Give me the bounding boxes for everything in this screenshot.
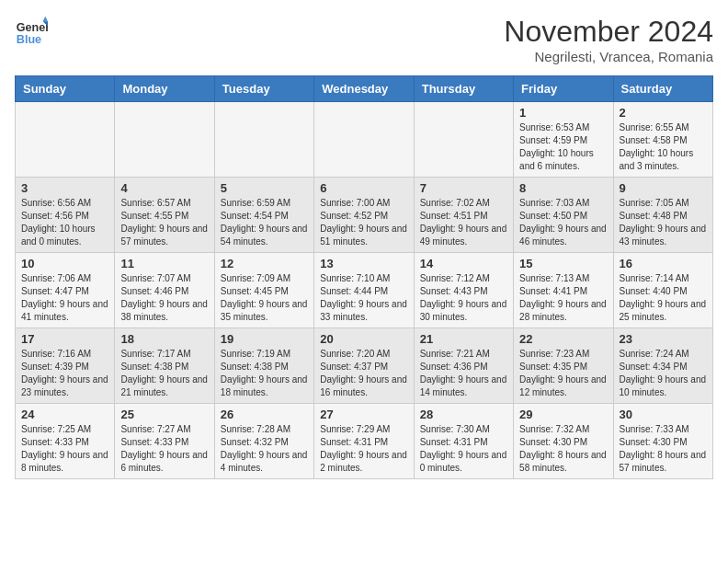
day-number: 5: [221, 181, 308, 195]
day-info: Sunrise: 7:16 AM Sunset: 4:39 PM Dayligh…: [21, 348, 108, 399]
header-friday: Friday: [514, 76, 613, 102]
calendar-cell: 10Sunrise: 7:06 AM Sunset: 4:47 PM Dayli…: [16, 253, 115, 328]
calendar-cell: [16, 102, 115, 178]
day-info: Sunrise: 6:56 AM Sunset: 4:56 PM Dayligh…: [21, 197, 108, 248]
day-info: Sunrise: 6:53 AM Sunset: 4:59 PM Dayligh…: [519, 121, 607, 173]
calendar-cell: 17Sunrise: 7:16 AM Sunset: 4:39 PM Dayli…: [16, 328, 115, 404]
day-number: 22: [519, 332, 607, 346]
week-row-3: 10Sunrise: 7:06 AM Sunset: 4:47 PM Dayli…: [16, 253, 713, 328]
page-header: General Blue November 2024 Negrilesti, V…: [15, 15, 713, 64]
svg-marker-2: [43, 17, 48, 21]
day-info: Sunrise: 7:00 AM Sunset: 4:52 PM Dayligh…: [320, 197, 407, 248]
logo-icon: General Blue: [15, 15, 48, 48]
day-number: 13: [320, 257, 407, 270]
calendar-cell: 22Sunrise: 7:23 AM Sunset: 4:35 PM Dayli…: [514, 328, 613, 404]
calendar-cell: [314, 102, 414, 178]
calendar-cell: 15Sunrise: 7:13 AM Sunset: 4:41 PM Dayli…: [514, 253, 613, 328]
day-number: 27: [320, 408, 407, 421]
day-number: 8: [519, 181, 607, 195]
day-info: Sunrise: 7:06 AM Sunset: 4:47 PM Dayligh…: [21, 272, 108, 324]
calendar-cell: 13Sunrise: 7:10 AM Sunset: 4:44 PM Dayli…: [314, 253, 414, 328]
day-info: Sunrise: 7:17 AM Sunset: 4:38 PM Dayligh…: [120, 348, 208, 399]
day-info: Sunrise: 7:07 AM Sunset: 4:46 PM Dayligh…: [120, 272, 208, 324]
calendar-cell: 28Sunrise: 7:30 AM Sunset: 4:31 PM Dayli…: [414, 404, 513, 479]
calendar-cell: 5Sunrise: 6:59 AM Sunset: 4:54 PM Daylig…: [214, 178, 313, 253]
header-sunday: Sunday: [16, 76, 115, 102]
calendar-cell: 11Sunrise: 7:07 AM Sunset: 4:46 PM Dayli…: [115, 253, 214, 328]
day-number: 23: [620, 332, 707, 346]
day-number: 18: [120, 332, 208, 346]
day-number: 14: [420, 257, 507, 270]
day-number: 30: [620, 408, 707, 421]
week-row-4: 17Sunrise: 7:16 AM Sunset: 4:39 PM Dayli…: [16, 328, 713, 404]
calendar-cell: [414, 102, 513, 178]
day-number: 6: [320, 181, 407, 195]
calendar-cell: 1Sunrise: 6:53 AM Sunset: 4:59 PM Daylig…: [514, 102, 613, 178]
header-monday: Monday: [115, 76, 214, 102]
day-info: Sunrise: 7:27 AM Sunset: 4:33 PM Dayligh…: [120, 423, 208, 475]
day-info: Sunrise: 7:02 AM Sunset: 4:51 PM Dayligh…: [420, 197, 507, 248]
calendar-cell: 20Sunrise: 7:20 AM Sunset: 4:37 PM Dayli…: [314, 328, 414, 404]
day-info: Sunrise: 7:25 AM Sunset: 4:33 PM Dayligh…: [21, 423, 108, 475]
month-title: November 2024: [504, 15, 713, 49]
day-info: Sunrise: 7:24 AM Sunset: 4:34 PM Dayligh…: [620, 348, 707, 399]
day-number: 3: [21, 181, 108, 195]
day-number: 20: [320, 332, 407, 346]
day-number: 21: [420, 332, 507, 346]
logo: General Blue: [15, 15, 48, 48]
day-info: Sunrise: 7:28 AM Sunset: 4:32 PM Dayligh…: [221, 423, 308, 475]
calendar-cell: 27Sunrise: 7:29 AM Sunset: 4:31 PM Dayli…: [314, 404, 414, 479]
day-number: 26: [221, 408, 308, 421]
day-info: Sunrise: 6:59 AM Sunset: 4:54 PM Dayligh…: [221, 197, 308, 248]
day-number: 15: [519, 257, 607, 270]
calendar-cell: 9Sunrise: 7:05 AM Sunset: 4:48 PM Daylig…: [613, 178, 712, 253]
calendar-cell: 25Sunrise: 7:27 AM Sunset: 4:33 PM Dayli…: [115, 404, 214, 479]
day-info: Sunrise: 7:13 AM Sunset: 4:41 PM Dayligh…: [519, 272, 607, 324]
calendar-cell: 14Sunrise: 7:12 AM Sunset: 4:43 PM Dayli…: [414, 253, 513, 328]
calendar-cell: 24Sunrise: 7:25 AM Sunset: 4:33 PM Dayli…: [16, 404, 115, 479]
day-number: 11: [120, 257, 208, 270]
day-number: 12: [221, 257, 308, 270]
day-number: 9: [620, 181, 707, 195]
day-number: 10: [21, 257, 108, 270]
day-info: Sunrise: 6:55 AM Sunset: 4:58 PM Dayligh…: [620, 121, 707, 173]
day-number: 2: [620, 106, 707, 120]
day-info: Sunrise: 7:33 AM Sunset: 4:30 PM Dayligh…: [620, 423, 707, 475]
day-number: 25: [120, 408, 208, 421]
header-wednesday: Wednesday: [314, 76, 414, 102]
day-number: 24: [21, 408, 108, 421]
day-number: 7: [420, 181, 507, 195]
calendar-cell: 16Sunrise: 7:14 AM Sunset: 4:40 PM Dayli…: [613, 253, 712, 328]
day-info: Sunrise: 7:14 AM Sunset: 4:40 PM Dayligh…: [620, 272, 707, 324]
header-saturday: Saturday: [613, 76, 712, 102]
day-info: Sunrise: 7:09 AM Sunset: 4:45 PM Dayligh…: [221, 272, 308, 324]
week-row-5: 24Sunrise: 7:25 AM Sunset: 4:33 PM Dayli…: [16, 404, 713, 479]
day-info: Sunrise: 7:21 AM Sunset: 4:36 PM Dayligh…: [420, 348, 507, 399]
day-info: Sunrise: 6:57 AM Sunset: 4:55 PM Dayligh…: [120, 197, 208, 248]
day-number: 28: [420, 408, 507, 421]
calendar-cell: 6Sunrise: 7:00 AM Sunset: 4:52 PM Daylig…: [314, 178, 414, 253]
day-info: Sunrise: 7:20 AM Sunset: 4:37 PM Dayligh…: [320, 348, 407, 399]
calendar-cell: 30Sunrise: 7:33 AM Sunset: 4:30 PM Dayli…: [613, 404, 712, 479]
day-info: Sunrise: 7:10 AM Sunset: 4:44 PM Dayligh…: [320, 272, 407, 324]
day-info: Sunrise: 7:19 AM Sunset: 4:38 PM Dayligh…: [221, 348, 308, 399]
day-number: 19: [221, 332, 308, 346]
header-tuesday: Tuesday: [214, 76, 313, 102]
day-info: Sunrise: 7:05 AM Sunset: 4:48 PM Dayligh…: [620, 197, 707, 248]
week-row-2: 3Sunrise: 6:56 AM Sunset: 4:56 PM Daylig…: [16, 178, 713, 253]
title-block: November 2024 Negrilesti, Vrancea, Roman…: [504, 15, 713, 64]
day-number: 4: [120, 181, 208, 195]
calendar-cell: [115, 102, 214, 178]
calendar-cell: 7Sunrise: 7:02 AM Sunset: 4:51 PM Daylig…: [414, 178, 513, 253]
day-info: Sunrise: 7:23 AM Sunset: 4:35 PM Dayligh…: [519, 348, 607, 399]
calendar-cell: 26Sunrise: 7:28 AM Sunset: 4:32 PM Dayli…: [214, 404, 313, 479]
calendar-cell: 23Sunrise: 7:24 AM Sunset: 4:34 PM Dayli…: [613, 328, 712, 404]
week-row-1: 1Sunrise: 6:53 AM Sunset: 4:59 PM Daylig…: [16, 102, 713, 178]
day-info: Sunrise: 7:03 AM Sunset: 4:50 PM Dayligh…: [519, 197, 607, 248]
calendar-cell: 21Sunrise: 7:21 AM Sunset: 4:36 PM Dayli…: [414, 328, 513, 404]
header-thursday: Thursday: [414, 76, 513, 102]
calendar-cell: 8Sunrise: 7:03 AM Sunset: 4:50 PM Daylig…: [514, 178, 613, 253]
calendar-table: SundayMondayTuesdayWednesdayThursdayFrid…: [15, 75, 713, 479]
calendar-cell: [214, 102, 313, 178]
day-number: 1: [519, 106, 607, 120]
